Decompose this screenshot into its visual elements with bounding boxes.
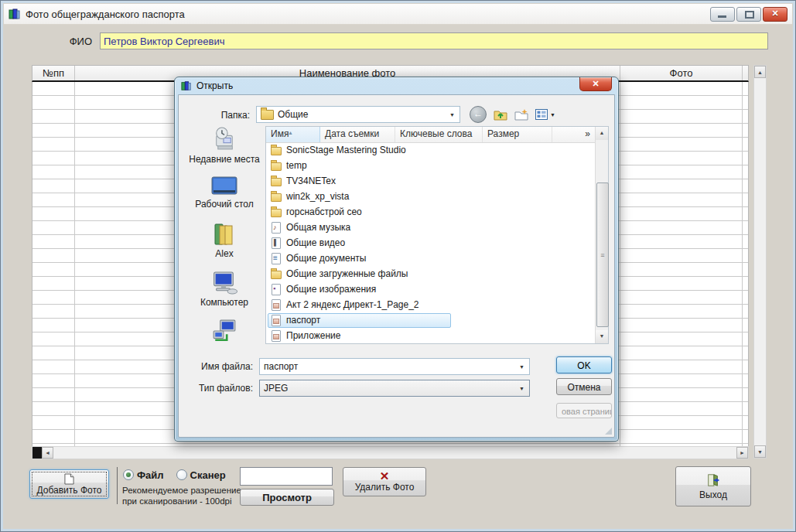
file-list-item[interactable]: горснабстрой сео (266, 204, 595, 220)
preview-input[interactable] (240, 467, 333, 486)
sidebar-item-network[interactable] (186, 319, 262, 345)
source-file-option[interactable]: Файл (123, 469, 164, 481)
desktop-icon (211, 176, 237, 196)
delete-photo-button[interactable]: ✕ Удалить Фото (343, 467, 426, 496)
folder-up-icon (494, 108, 507, 121)
chevron-down-icon[interactable]: ▼ (446, 112, 458, 118)
table-vertical-scrollbar[interactable]: ▲ ▼ (753, 65, 767, 459)
scroll-left-icon[interactable]: ◄ (42, 447, 53, 459)
column-header-num[interactable]: №пп (32, 66, 75, 80)
column-header-photo[interactable]: Фото (620, 66, 743, 80)
dialog-close-button[interactable]: ✕ (579, 77, 612, 91)
column-keywords[interactable]: Ключевые слова (395, 127, 483, 142)
close-button[interactable] (763, 7, 787, 22)
file-icon (270, 222, 282, 234)
back-arrow-icon: ← (470, 106, 487, 123)
sidebar-item-desktop[interactable]: Рабочий стол (186, 176, 262, 210)
new-folder-icon (514, 108, 528, 121)
open-dialog: Открыть ✕ Папка: Общие ▼ ← ▼ (174, 77, 619, 442)
grid-line (74, 82, 75, 458)
places-sidebar: Недавние места Рабочий стол Alex Компьют… (186, 126, 262, 345)
file-list-scrollbar[interactable]: ▲ ≡ ▼ (595, 127, 608, 343)
file-icon (270, 268, 282, 280)
file-list-item[interactable]: SonicStage Mastering Studio (266, 142, 595, 158)
scroll-down-icon[interactable]: ▼ (754, 445, 766, 458)
new-page-icon (64, 473, 74, 485)
cancel-button[interactable]: Отмена (556, 378, 612, 395)
file-list-item[interactable]: паспорт (266, 312, 595, 328)
file-icon (270, 191, 282, 203)
file-list-item[interactable]: Общие видео (266, 235, 595, 251)
folder-combobox[interactable]: Общие ▼ (256, 106, 460, 123)
scroll-down-icon[interactable]: ▼ (596, 330, 608, 343)
file-list-item[interactable]: Акт 2 яндекс Директ-1_Page_2 (266, 297, 595, 312)
computer-icon (210, 271, 238, 295)
fio-input[interactable] (100, 32, 768, 49)
scrollbar-thumb[interactable] (32, 447, 42, 459)
file-list-item[interactable]: Общая музыка (266, 220, 595, 235)
file-list-item[interactable]: TV34NETex (266, 173, 595, 189)
filename-combobox[interactable]: паспорт ▼ (259, 358, 530, 375)
maximize-button[interactable] (736, 7, 761, 22)
preview-button[interactable]: Просмотр (240, 489, 334, 506)
view-menu-button[interactable]: ▼ (535, 109, 555, 120)
file-icon (270, 253, 282, 264)
chevron-down-icon[interactable]: ▼ (516, 386, 528, 391)
folder-icon (261, 110, 274, 120)
file-icon (270, 206, 282, 218)
grid-line (620, 82, 620, 458)
exit-button[interactable]: Выход (675, 466, 751, 506)
filename-label: Имя файла: (194, 361, 253, 372)
sort-ascending-icon: ▲ (288, 125, 293, 140)
recent-places-icon (211, 126, 237, 152)
column-name[interactable]: ▲Имя (266, 127, 320, 142)
filename-value: паспорт (264, 361, 298, 372)
filetype-combobox[interactable]: JPEG ▼ (259, 380, 530, 397)
new-page-button-disabled: овая страниц (556, 403, 612, 418)
column-header-filler (743, 66, 748, 80)
dialog-title: Открыть (196, 80, 233, 91)
app-icon (9, 8, 21, 20)
scrollbar-thumb[interactable]: ≡ (596, 182, 609, 327)
filetype-label: Тип файлов: (194, 383, 253, 394)
dialog-client: Папка: Общие ▼ ← ▼ (178, 94, 615, 438)
source-scanner-option[interactable]: Сканер (176, 469, 226, 481)
ok-button[interactable]: OK (556, 356, 612, 373)
chevron-down-icon[interactable]: ▼ (516, 364, 528, 370)
main-titlebar: Фото общегражданского паспорта (4, 4, 792, 25)
minimize-button[interactable] (710, 7, 735, 22)
chevron-down-icon: ▼ (550, 112, 555, 118)
file-list-item[interactable]: Общие загруженные файлы (266, 266, 595, 281)
file-icon (270, 299, 282, 311)
column-size[interactable]: Размер (483, 127, 552, 142)
scroll-right-icon[interactable]: ► (736, 447, 748, 459)
sidebar-item-user-folder[interactable]: Alex (186, 221, 262, 259)
file-list-item[interactable]: win2k_xp_vista (266, 189, 595, 204)
window-title: Фото общегражданского паспорта (26, 9, 185, 20)
column-date-taken[interactable]: Дата съемки (320, 127, 395, 142)
file-list-item[interactable]: temp (266, 158, 595, 173)
dialog-toolbar: ← ▼ (470, 106, 555, 123)
scroll-up-icon[interactable]: ▲ (754, 66, 766, 78)
add-photo-button[interactable]: Добавить Фото (29, 469, 109, 499)
up-one-level-button[interactable] (494, 108, 507, 121)
sidebar-item-computer[interactable]: Компьютер (186, 271, 262, 308)
radio-scanner[interactable] (176, 469, 187, 480)
file-list-item[interactable]: Общие документы (266, 251, 595, 266)
file-icon (270, 330, 282, 342)
scrollbar-track[interactable] (53, 447, 736, 459)
file-list-item[interactable]: Приложение (266, 328, 595, 343)
file-list-rows: SonicStage Mastering Studio temp TV34NET… (266, 142, 595, 343)
radio-file[interactable] (123, 469, 134, 480)
resize-grip[interactable] (605, 428, 612, 435)
file-list-item[interactable]: Общие изображения (266, 281, 595, 297)
sidebar-item-recent-places[interactable]: Недавние места (186, 126, 262, 165)
file-icon (270, 284, 282, 295)
grid-line (742, 82, 743, 458)
fio-label: ФИО (47, 36, 92, 47)
new-folder-button[interactable] (514, 108, 528, 121)
back-button[interactable]: ← (470, 106, 487, 123)
dialog-icon (181, 80, 192, 91)
table-horizontal-scrollbar[interactable]: ◄ ► (32, 446, 749, 459)
scroll-up-icon[interactable]: ▲ (596, 127, 608, 140)
